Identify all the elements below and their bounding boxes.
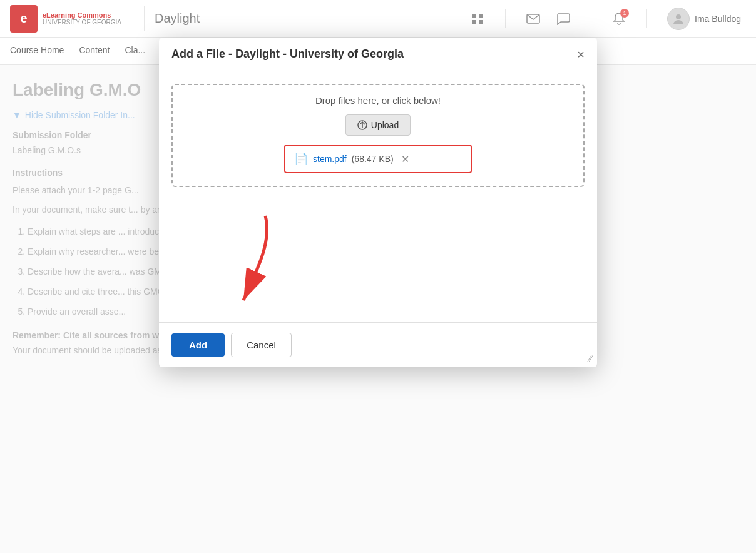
cancel-button[interactable]: Cancel	[231, 333, 292, 357]
arrow-annotation	[171, 210, 585, 310]
modal-title: Add a File - Daylight - University of Ge…	[171, 48, 404, 61]
arrow-icon	[209, 210, 284, 310]
file-link[interactable]: stem.pdf	[313, 154, 347, 164]
file-item: 📄 stem.pdf (68.47 KB) ✕	[284, 145, 472, 173]
file-doc-icon: 📄	[294, 152, 308, 166]
upload-button[interactable]: Upload	[345, 114, 411, 136]
file-remove-button[interactable]: ✕	[401, 153, 409, 165]
modal-overlay: Add a File - Daylight - University of Ge…	[0, 0, 756, 553]
drop-zone[interactable]: Drop files here, or click below! Upload …	[171, 84, 585, 187]
file-size: (68.47 KB)	[352, 154, 394, 164]
modal-footer: Add Cancel ∕∕	[159, 322, 597, 367]
add-button[interactable]: Add	[171, 333, 225, 357]
upload-icon	[357, 120, 367, 130]
drop-text: Drop files here, or click below!	[315, 95, 441, 106]
close-button[interactable]: ×	[577, 48, 585, 61]
resize-handle: ∕∕	[589, 353, 592, 363]
modal-header: Add a File - Daylight - University of Ge…	[159, 38, 597, 71]
upload-label: Upload	[371, 120, 399, 130]
modal-body: Drop files here, or click below! Upload …	[159, 71, 597, 322]
modal-dialog: Add a File - Daylight - University of Ge…	[159, 38, 597, 367]
